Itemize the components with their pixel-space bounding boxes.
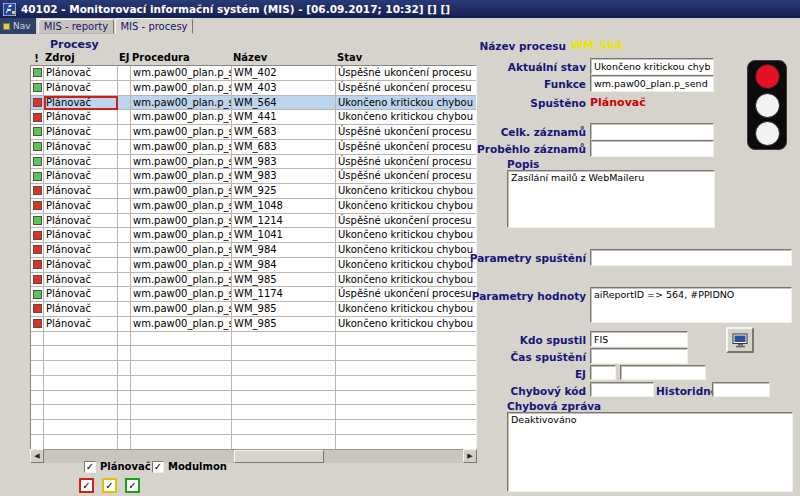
table-row[interactable] (31, 420, 476, 435)
cell-procedura[interactable] (131, 361, 232, 376)
cell-ej[interactable] (118, 376, 131, 391)
cell-status[interactable] (31, 243, 44, 258)
cell-status[interactable] (31, 214, 44, 229)
cell-nazev[interactable]: WM_1041 (232, 228, 336, 243)
ej-code-field[interactable] (590, 365, 616, 380)
cell-zdroj[interactable]: Plánovač (44, 273, 118, 288)
cell-procedura[interactable]: wm.paw00_plan.p_send (131, 228, 232, 243)
cell-ej[interactable] (118, 155, 131, 170)
cell-status[interactable] (31, 199, 44, 214)
cell-stav[interactable] (336, 420, 476, 435)
table-row[interactable]: Plánovač wm.paw00_plan.p_send WM_564 Uko… (31, 96, 476, 111)
table-row[interactable]: Plánovač wm.paw00_plan.p_send WM_683 Úsp… (31, 125, 476, 140)
cell-procedura[interactable]: wm.paw00_plan.p_send (131, 66, 232, 81)
cell-nazev[interactable]: WM_984 (232, 243, 336, 258)
status-filter-checkbox-red[interactable] (79, 478, 94, 493)
cell-zdroj[interactable] (44, 405, 118, 420)
table-row[interactable]: Plánovač wm.paw00_plan.p_send WM_1214 Ús… (31, 214, 476, 229)
cell-ej[interactable] (118, 140, 131, 155)
cell-zdroj[interactable] (44, 420, 118, 435)
cas-spusteni-field[interactable] (590, 348, 688, 364)
cell-ej[interactable] (118, 258, 131, 273)
cell-procedura[interactable]: wm.paw00_plan.p_send (131, 273, 232, 288)
status-filter-checkbox-green[interactable] (125, 478, 140, 493)
cell-procedura[interactable]: wm.paw00_plan.p_send (131, 214, 232, 229)
cell-procedura[interactable] (131, 405, 232, 420)
cell-status[interactable] (31, 125, 44, 140)
cell-nazev[interactable]: WM_983 (232, 169, 336, 184)
cell-status[interactable] (31, 376, 44, 391)
cell-procedura[interactable]: wm.paw00_plan.p_send (131, 155, 232, 170)
cell-zdroj[interactable] (44, 376, 118, 391)
cell-stav[interactable]: Úspěšné ukončení procesu (336, 214, 476, 229)
scrollbar-thumb[interactable] (234, 450, 324, 463)
cell-zdroj[interactable]: Plánovač (44, 199, 118, 214)
cell-status[interactable] (31, 287, 44, 302)
probehlo-zaznamu-field[interactable] (590, 140, 714, 157)
parametry-spusteni-field[interactable] (590, 249, 792, 266)
table-row[interactable] (31, 376, 476, 391)
cell-ej[interactable] (118, 435, 131, 450)
table-row[interactable]: Plánovač wm.paw00_plan.p_send WM_985 Uko… (31, 317, 476, 332)
table-horizontal-scrollbar[interactable]: ◀ ▶ (30, 449, 477, 463)
tab-mis-reporty[interactable]: MIS - reporty (38, 19, 114, 34)
cell-zdroj[interactable]: Plánovač (44, 214, 118, 229)
cell-zdroj[interactable]: Plánovač (44, 96, 118, 111)
cell-status[interactable] (31, 169, 44, 184)
cell-nazev[interactable]: WM_683 (232, 140, 336, 155)
cell-nazev[interactable]: WM_984 (232, 258, 336, 273)
cell-zdroj[interactable]: Plánovač (44, 317, 118, 332)
parametry-hodnoty-textarea[interactable]: aiReportID => 564, #PPIDNO (590, 287, 792, 323)
cell-procedura[interactable] (131, 435, 232, 450)
cell-status[interactable] (31, 228, 44, 243)
cell-zdroj[interactable]: Plánovač (44, 155, 118, 170)
cell-zdroj[interactable]: Plánovač (44, 140, 118, 155)
cell-zdroj[interactable]: Plánovač (44, 243, 118, 258)
cell-status[interactable] (31, 346, 44, 361)
cell-ej[interactable] (118, 346, 131, 361)
table-row[interactable] (31, 405, 476, 420)
cell-nazev[interactable]: WM_564 (232, 96, 336, 111)
table-row[interactable]: Plánovač wm.paw00_plan.p_send WM_925 Uko… (31, 184, 476, 199)
cell-procedura[interactable]: wm.paw00_plan.p_send (131, 199, 232, 214)
cell-status[interactable] (31, 140, 44, 155)
funkce-field[interactable] (590, 75, 714, 92)
cell-stav[interactable]: Úspěšné ukončení procesu (336, 169, 476, 184)
table-row[interactable]: Plánovač wm.paw00_plan.p_send WM_441 Uko… (31, 110, 476, 125)
table-row[interactable]: Plánovač wm.paw00_plan.p_send WM_985 Uko… (31, 302, 476, 317)
cell-procedura[interactable]: wm.paw00_plan.p_send (131, 169, 232, 184)
cell-nazev[interactable]: WM_983 (232, 155, 336, 170)
cell-stav[interactable]: Úspěšné ukončení procesu (336, 155, 476, 170)
cell-nazev[interactable]: WM_441 (232, 110, 336, 125)
cell-ej[interactable] (118, 125, 131, 140)
cell-zdroj[interactable] (44, 391, 118, 406)
filter-checkbox-modulmon[interactable] (152, 461, 164, 473)
cell-nazev[interactable]: WM_1048 (232, 199, 336, 214)
cell-ej[interactable] (118, 214, 131, 229)
table-row[interactable] (31, 361, 476, 376)
cell-status[interactable] (31, 258, 44, 273)
cell-nazev[interactable] (232, 346, 336, 361)
table-row[interactable]: Plánovač wm.paw00_plan.p_send WM_1041 Uk… (31, 228, 476, 243)
cell-ej[interactable] (118, 361, 131, 376)
cell-stav[interactable]: Ukončeno kritickou chybou (336, 228, 476, 243)
cell-nazev[interactable] (232, 420, 336, 435)
cell-stav[interactable]: Ukončeno kritickou chybou (336, 110, 476, 125)
table-row[interactable]: Plánovač wm.paw00_plan.p_send WM_1048 Uk… (31, 199, 476, 214)
cell-nazev[interactable]: WM_985 (232, 302, 336, 317)
cell-status[interactable] (31, 361, 44, 376)
cell-zdroj[interactable]: Plánovač (44, 228, 118, 243)
cell-procedura[interactable]: wm.paw00_plan.p_send (131, 125, 232, 140)
cell-ej[interactable] (118, 96, 131, 111)
cell-procedura[interactable]: wm.paw00_plan.p_send (131, 140, 232, 155)
cell-stav[interactable]: Ukončeno kritickou chybou (336, 317, 476, 332)
cell-zdroj[interactable] (44, 435, 118, 450)
table-row[interactable]: Plánovač wm.paw00_plan.p_send WM_403 Úsp… (31, 81, 476, 96)
cell-zdroj[interactable]: Plánovač (44, 66, 118, 81)
cell-nazev[interactable]: WM_402 (232, 66, 336, 81)
cell-zdroj[interactable]: Plánovač (44, 81, 118, 96)
cell-ej[interactable] (118, 287, 131, 302)
cell-nazev[interactable] (232, 405, 336, 420)
historidno-field[interactable] (712, 382, 770, 397)
cell-procedura[interactable] (131, 332, 232, 347)
